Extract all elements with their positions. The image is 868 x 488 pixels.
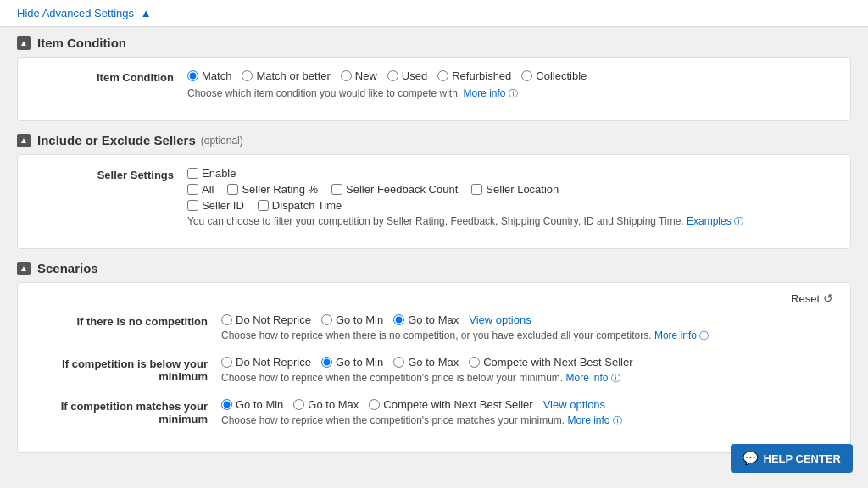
radio-match-better[interactable]: Match or better xyxy=(242,69,330,82)
s2-info-icon: ⓘ xyxy=(611,373,620,383)
reset-icon: ↺ xyxy=(823,291,833,305)
checkbox-dispatch-time[interactable]: Dispatch Time xyxy=(258,199,342,212)
s2-radio-compete-next-input[interactable] xyxy=(469,357,480,368)
checkbox-seller-rating-input[interactable] xyxy=(227,184,238,195)
s1-view-options[interactable]: View options xyxy=(469,313,531,326)
s1-radio-gotomin-input[interactable] xyxy=(321,314,332,325)
radio-used[interactable]: Used xyxy=(387,69,427,82)
seller-settings-label: Seller Settings xyxy=(35,167,187,181)
s3-view-options[interactable]: View options xyxy=(543,398,605,411)
help-center-label: HELP CENTER xyxy=(764,452,842,465)
s2-radio-gotomin-label: Go to Min xyxy=(336,356,383,369)
radio-used-input[interactable] xyxy=(387,70,398,81)
s2-radio-dnr-input[interactable] xyxy=(221,357,232,368)
scenarios-toggle[interactable]: ▲ xyxy=(17,262,31,275)
checkbox-enable[interactable]: Enable xyxy=(187,167,833,180)
item-condition-help-label: Choose which item condition you would li… xyxy=(187,87,460,99)
checkbox-seller-rating-label: Seller Rating % xyxy=(242,183,318,196)
scenarios-title: Scenarios xyxy=(37,261,98,275)
checkbox-seller-rating[interactable]: Seller Rating % xyxy=(227,183,318,196)
s3-radio-gotomin[interactable]: Go to Min xyxy=(221,398,283,411)
seller-settings-info-icon: ⓘ xyxy=(734,216,743,226)
s2-radio-gotomin-input[interactable] xyxy=(321,357,332,368)
radio-collectible-label: Collectible xyxy=(536,69,587,82)
s1-radio-gotomax[interactable]: Go to Max xyxy=(393,313,459,326)
seller-settings-examples[interactable]: Examples xyxy=(687,215,732,227)
s1-help-text: Choose how to reprice when there is no c… xyxy=(221,330,833,342)
s2-radio-gotomax[interactable]: Go to Max xyxy=(393,356,459,369)
radio-match-better-input[interactable] xyxy=(242,70,253,81)
checkbox-seller-location[interactable]: Seller Location xyxy=(471,183,559,196)
s2-radio-compete-next-label: Compete with Next Best Seller xyxy=(483,356,632,369)
scenario-label-3: If competition matches your minimum xyxy=(35,398,221,425)
checkbox-seller-id[interactable]: Seller ID xyxy=(187,199,244,212)
scenario-options-2: Do Not Reprice Go to Min Go to Max xyxy=(221,356,833,369)
s3-radio-gotomin-input[interactable] xyxy=(221,399,232,410)
help-center-button[interactable]: 💬 HELP CENTER xyxy=(731,444,854,473)
hide-advanced-link[interactable]: Hide Advanced Settings ▲ xyxy=(17,7,152,19)
radio-collectible-input[interactable] xyxy=(521,70,532,81)
checkbox-dispatch-time-label: Dispatch Time xyxy=(272,199,342,212)
checkbox-all-input[interactable] xyxy=(187,184,198,195)
s3-radio-compete-next-input[interactable] xyxy=(369,399,380,410)
radio-match[interactable]: Match xyxy=(187,69,231,82)
radio-new-input[interactable] xyxy=(341,70,352,81)
checkbox-seller-feedback-label: Seller Feedback Count xyxy=(346,183,458,196)
checkbox-dispatch-time-input[interactable] xyxy=(258,200,269,211)
include-exclude-optional: (optional) xyxy=(201,135,243,147)
top-bar: Hide Advanced Settings ▲ xyxy=(0,0,868,27)
scenario-label-1: If there is no competition xyxy=(35,313,221,328)
radio-collectible[interactable]: Collectible xyxy=(521,69,587,82)
item-condition-section: ▲ Item Condition Item Condition Match xyxy=(17,36,851,121)
s2-help-label: Choose how to reprice when the competiti… xyxy=(221,372,563,384)
s2-radio-gotomin[interactable]: Go to Min xyxy=(321,356,383,369)
s1-info-icon: ⓘ xyxy=(699,330,709,341)
s1-radio-dnr[interactable]: Do Not Reprice xyxy=(221,313,311,326)
scenario-row-1: If there is no competition Do Not Repric… xyxy=(35,313,833,342)
s1-radio-dnr-label: Do Not Reprice xyxy=(236,313,311,326)
scenario-content-3: Go to Min Go to Max Compete with Next Be… xyxy=(221,398,833,427)
scenario-field-row-1: If there is no competition Do Not Repric… xyxy=(35,313,833,342)
s3-radio-compete-next[interactable]: Compete with Next Best Seller xyxy=(369,398,532,411)
s1-radio-gotomin[interactable]: Go to Min xyxy=(321,313,383,326)
scenario-field-row-2: If competition is below your minimum Do … xyxy=(35,356,833,385)
checkbox-enable-input[interactable] xyxy=(187,168,198,179)
item-condition-toggle[interactable]: ▲ xyxy=(17,36,31,50)
radio-used-label: Used xyxy=(402,69,427,82)
s3-more-info[interactable]: More info xyxy=(567,414,609,426)
seller-settings-content: Enable All Seller Rating % xyxy=(187,167,833,228)
checkbox-seller-feedback[interactable]: Seller Feedback Count xyxy=(331,183,458,196)
radio-refurbished-input[interactable] xyxy=(437,70,448,81)
s3-radio-gotomax-input[interactable] xyxy=(293,399,304,410)
item-condition-title: Item Condition xyxy=(37,36,126,50)
s1-radio-gotomax-input[interactable] xyxy=(393,314,404,325)
s3-radio-gotomin-label: Go to Min xyxy=(236,398,283,411)
checkbox-all[interactable]: All xyxy=(187,183,214,196)
s2-radio-dnr[interactable]: Do Not Reprice xyxy=(221,356,311,369)
s1-radio-dnr-input[interactable] xyxy=(221,314,232,325)
checkbox-row-1: All Seller Rating % Seller Feedback Coun… xyxy=(187,183,833,196)
include-exclude-title: Include or Exclude Sellers xyxy=(37,133,196,147)
checkbox-seller-feedback-input[interactable] xyxy=(331,184,342,195)
radio-match-input[interactable] xyxy=(187,70,198,81)
include-exclude-header: ▲ Include or Exclude Sellers (optional) xyxy=(17,133,851,147)
s2-more-info[interactable]: More info xyxy=(565,372,608,384)
checkbox-seller-location-input[interactable] xyxy=(471,184,482,195)
checkbox-seller-id-label: Seller ID xyxy=(202,199,244,212)
item-condition-more-info[interactable]: More info xyxy=(464,87,506,99)
s1-radio-gotomin-label: Go to Min xyxy=(336,313,383,326)
s1-help-label: Choose how to reprice when there is no c… xyxy=(221,330,652,341)
item-condition-card: Item Condition Match Match or better xyxy=(17,57,851,121)
s2-radio-compete-next[interactable]: Compete with Next Best Seller xyxy=(469,356,632,369)
radio-refurbished[interactable]: Refurbished xyxy=(437,69,511,82)
include-exclude-toggle[interactable]: ▲ xyxy=(17,134,31,147)
radio-match-label: Match xyxy=(202,69,231,82)
reset-button[interactable]: Reset ↺ xyxy=(791,291,833,305)
arrow-up-icon: ▲ xyxy=(141,7,152,19)
s2-radio-gotomax-input[interactable] xyxy=(393,357,404,368)
s3-radio-gotomax[interactable]: Go to Max xyxy=(293,398,359,411)
s1-more-info[interactable]: More info xyxy=(654,330,697,341)
checkbox-seller-id-input[interactable] xyxy=(187,200,198,211)
scenarios-header: ▲ Scenarios xyxy=(17,261,851,275)
radio-new[interactable]: New xyxy=(341,69,377,82)
